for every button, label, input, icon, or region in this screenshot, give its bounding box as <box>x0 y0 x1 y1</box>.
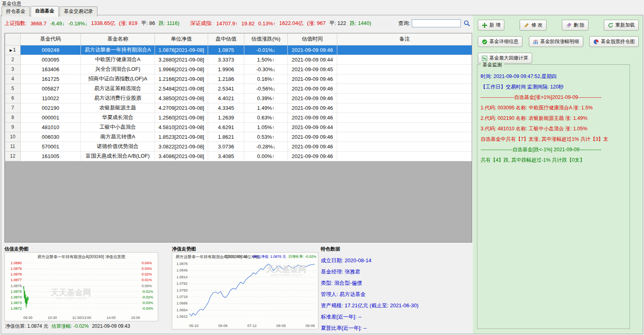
unit-nav: 4.3850[2021-09-08] <box>155 93 208 103</box>
tab-item[interactable]: 持仓基金 <box>2 6 30 16</box>
tab-item[interactable]: 基金交易记录 <box>60 6 97 16</box>
row-number: 7 <box>5 103 21 113</box>
column-header[interactable]: 单位净值 <box>155 33 208 45</box>
column-header[interactable]: 备注 <box>337 33 472 45</box>
table-row[interactable]: 11570001诺德价值优势混合3.0822[2021-09-08]3.0736… <box>5 142 472 151</box>
modify-button[interactable]: 修 改 <box>520 20 546 31</box>
unit-nav: 1.2166[2021-09-08] <box>155 74 208 84</box>
search-input[interactable] <box>412 19 461 27</box>
index-segment: 3668.7 <box>31 21 47 27</box>
index-segment: (涨: 967 <box>307 20 326 27</box>
axis-tick-label: 0.01% <box>142 278 157 282</box>
axis-tick-label: 1.0782 <box>173 282 188 286</box>
tab-item[interactable]: 自选基金 <box>31 6 59 17</box>
table-row[interactable]: 2003095中欧医疗健康混合A3.2880[2021-09-08]3.3373… <box>5 55 472 64</box>
chart-legend-segment: ×单位净值: 1.0876 元 <box>252 255 286 259</box>
axis-tick-label: 1.0873 <box>6 301 22 305</box>
fund-code: 161005 <box>21 151 81 161</box>
index-segment: 平: 122 <box>329 20 346 27</box>
add-button[interactable]: 新 增 <box>478 20 504 31</box>
estimate-time: 2021-09-09 09:46 <box>288 74 337 84</box>
index-segment: 平: 86 <box>141 20 155 27</box>
column-header[interactable]: 估值时间 <box>288 33 337 45</box>
axis-tick-label: -0.03% <box>142 301 157 305</box>
axis-tick-label: -0.01% <box>142 290 157 294</box>
check-circle-icon <box>482 39 487 45</box>
intraday-estimate: 3.0736 <box>208 142 244 151</box>
nav-x-axis: 05-1006-0807-1208-0909-08 <box>189 324 315 328</box>
shenzhen-index: 深证成指:14707.9↑19.820.13%↑1622.04亿(涨: 967平… <box>190 20 375 27</box>
search-group: 查询: <box>398 19 471 27</box>
axis-tick-label: 15:00 <box>131 316 140 320</box>
row-number: 9 <box>5 122 21 132</box>
row-number: 2 <box>5 55 21 64</box>
unit-nav: 4.2709[2021-09-08] <box>155 103 208 113</box>
fund-detail-button[interactable]: 基金详细信息 <box>478 36 522 47</box>
column-header[interactable]: 估值涨跌(%) <box>244 33 288 45</box>
estimate-change: 1.49%↑ <box>244 103 288 113</box>
unit-nav: 1.9966[2021-09-08] <box>155 64 208 74</box>
pie-chart-icon <box>593 39 599 45</box>
table-row[interactable]: ▶1009249易方达磐泰一年持有期混合A1.0876[2021-09-08]1… <box>5 45 472 55</box>
axis-tick-label: 1.0846 <box>173 269 188 272</box>
table-row[interactable]: 6110022易方达消费行业股票4.3850[2021-09-08]4.4021… <box>5 93 472 103</box>
index-segment: 跌: 1116) <box>159 20 180 27</box>
reload-button[interactable]: 重新加载 <box>604 20 639 31</box>
column-header[interactable]: 基金名称 <box>81 33 155 45</box>
fund-code: 003095 <box>21 55 81 64</box>
axis-tick-label: 1.0876 <box>6 284 22 288</box>
fund-code: 110022 <box>21 93 81 103</box>
index-segment: 1338.65亿 <box>91 20 115 27</box>
table-row[interactable]: 10006030南方昌元转债A1.8523[2021-09-08]1.86210… <box>5 132 472 142</box>
monitor-line: -------------------自选基金[跌<-1%] 2021-09-0… <box>481 144 626 155</box>
monitor-line: 2.代码: 002190 名称: 农银新能源主题 涨: 1.49% <box>481 113 626 123</box>
intraday-estimate: 2.5341 <box>208 84 244 93</box>
table-row[interactable]: 12161005富国天惠成长混合A/B(LOF)3.4086[2021-09-0… <box>5 151 472 161</box>
axis-tick-label: 08-09 <box>277 324 286 328</box>
featured-line: 类型: 混合型-偏债 <box>321 277 471 289</box>
unit-nav: 1.8523[2021-09-08] <box>155 132 208 142</box>
bar-chart-icon <box>533 39 539 45</box>
fund-table-body: ▶1009249易方达磐泰一年持有期混合A1.0876[2021-09-08]1… <box>5 45 472 161</box>
stock-holdings-button[interactable]: 基金股票持仓图 <box>589 36 639 47</box>
chart-footer-segment: 估算涨幅: -0.02% <box>52 323 89 329</box>
table-row[interactable]: 8000001华夏成长混合1.2560[2021-09-08]1.26390.6… <box>5 113 472 122</box>
axis-tick-label: 1.0654 <box>173 308 188 312</box>
remark <box>337 64 472 74</box>
estimate-x-axis: 09:3010:3011:30/13:0014:0015:00 <box>23 316 140 320</box>
fund-monitor-title: 基金监测 <box>481 62 504 68</box>
column-header[interactable]: 盘中估值 <box>208 33 244 45</box>
nav-chart-legend: 【2021-09-08】×单位净值: 1.0876 元日增长率: -0.02% <box>221 254 316 259</box>
axis-tick-label: 1.0686 <box>173 302 188 305</box>
row-number: 5 <box>5 84 21 93</box>
estimate-change: 1.05%↑ <box>244 122 288 132</box>
index-segment: 19.82 <box>242 21 255 27</box>
delete-button[interactable]: 删 除 <box>562 20 588 31</box>
fund-name: 南方昌元转债A <box>81 132 155 142</box>
search-icon[interactable] <box>463 20 471 27</box>
nav-chart: 易方达磐泰一年持有期混合A[009249] 单位净值走势图 【2021-09-0… <box>172 252 318 329</box>
axis-tick-label: 10:30 <box>48 316 57 320</box>
intraday-estimate: 4.6291 <box>208 122 244 132</box>
fund-code: 570001 <box>21 142 81 151</box>
table-row[interactable]: 4161725招商中证白酒指数(LOF)A1.2166[2021-09-08]1… <box>5 74 472 84</box>
unit-nav: 4.5810[2021-09-08] <box>155 122 208 132</box>
remark <box>337 113 472 122</box>
table-row[interactable]: 3163406兴全合润混合(LOF)1.9966[2021-09-08]1.99… <box>5 64 472 74</box>
featured-line: 成立日期: 2020-08-14 <box>321 255 471 266</box>
table-row[interactable]: 5005827易方达蓝筹精选混合2.5484[2021-09-08]2.5341… <box>5 84 472 93</box>
estimate-plot <box>23 263 140 309</box>
estimate-time: 2021-09-09 09:46 <box>288 142 337 151</box>
intraday-estimate: 1.2186 <box>208 74 244 84</box>
table-row[interactable]: 7002190农银新能源主题4.2709[2021-09-08]4.33451.… <box>5 103 472 113</box>
axis-tick-label: 1.0874 <box>6 296 22 299</box>
fund-name: 易方达磐泰一年持有期混合A <box>81 45 155 55</box>
stage-gain-button[interactable]: 基金阶段涨幅明细 <box>529 36 583 47</box>
axis-tick-label: 09-08 <box>305 324 315 328</box>
column-header[interactable]: 基金代码 <box>21 33 81 45</box>
remark <box>337 55 472 64</box>
fund-detail-button-label: 基金详细信息 <box>489 38 518 45</box>
table-row[interactable]: 9481010工银中小盘混合4.5810[2021-09-08]4.62911.… <box>5 122 472 132</box>
fund-code: 009249 <box>21 45 81 55</box>
unit-nav: 3.0822[2021-09-08] <box>155 142 208 151</box>
